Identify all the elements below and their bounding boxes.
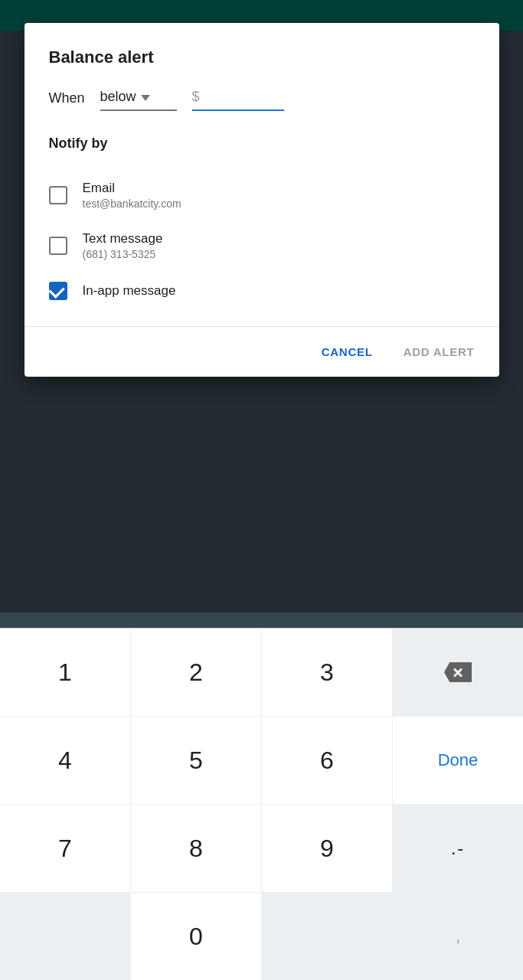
key-9[interactable]: 9 [262,805,392,892]
text-option[interactable]: Text message (681) 313-5325 [49,220,475,271]
add-alert-button[interactable]: ADD ALERT [391,336,487,368]
key-2[interactable]: 2 [131,629,261,716]
dialog-title: Balance alert [49,47,475,67]
key-empty-left [0,893,130,980]
backspace-shape [444,662,472,682]
backspace-icon [444,662,472,682]
inapp-checkbox[interactable] [49,282,67,300]
backspace-button[interactable] [393,629,523,716]
chevron-down-icon [141,95,150,101]
text-phone: (681) 313-5325 [83,248,163,260]
email-option-text: Email test@bankatcity.com [83,181,181,210]
dropdown-value: below [100,89,136,105]
email-option[interactable]: Email test@bankatcity.com [49,170,475,220]
email-address: test@bankatcity.com [83,198,181,210]
key-3[interactable]: 3 [262,629,392,716]
key-4[interactable]: 4 [0,717,130,804]
key-dot-dash[interactable]: .- [393,805,523,892]
numeric-keyboard: 1 2 3 4 5 6 Done 7 8 9 .- 0 , [0,628,523,980]
keyboard-row-3: 7 8 9 .- [0,805,523,892]
key-5[interactable]: 5 [131,717,261,804]
notify-by-label: Notify by [49,136,475,152]
balance-alert-dialog: Balance alert When below $ Notify by Ema… [25,23,499,377]
key-1[interactable]: 1 [0,629,130,716]
keyboard-row-1: 1 2 3 [0,629,523,716]
amount-input[interactable] [204,89,281,105]
key-8[interactable]: 8 [131,805,261,892]
email-label: Email [83,181,181,196]
done-button[interactable]: Done [393,717,523,804]
cancel-button[interactable]: CANCEL [309,336,385,368]
key-comma[interactable]: , [393,893,523,980]
email-checkbox[interactable] [49,186,67,204]
text-option-text: Text message (681) 313-5325 [83,231,163,260]
keyboard-row-4: 0 , [0,893,523,980]
dialog-actions: CANCEL ADD ALERT [25,327,499,377]
dollar-sign: $ [192,89,200,105]
dialog-content: Balance alert When below $ Notify by Ema… [25,23,499,311]
dialog-overlay: Balance alert When below $ Notify by Ema… [0,0,523,612]
when-label: When [49,90,85,111]
key-6[interactable]: 6 [262,717,392,804]
text-label: Text message [83,231,163,247]
key-0[interactable]: 0 [131,893,261,980]
key-7[interactable]: 7 [0,805,130,892]
notify-options: Email test@bankatcity.com Text message (… [49,170,475,311]
inapp-label: In-app message [83,283,176,299]
keyboard-row-2: 4 5 6 Done [0,717,523,804]
dot-dash-label: .- [451,838,466,859]
when-row: When below $ [49,89,475,111]
inapp-option[interactable]: In-app message [49,271,475,311]
text-checkbox[interactable] [49,237,67,255]
key-empty-right [262,893,392,980]
when-dropdown[interactable]: below [100,89,177,111]
inapp-option-text: In-app message [83,283,176,299]
amount-input-wrapper: $ [192,89,284,111]
